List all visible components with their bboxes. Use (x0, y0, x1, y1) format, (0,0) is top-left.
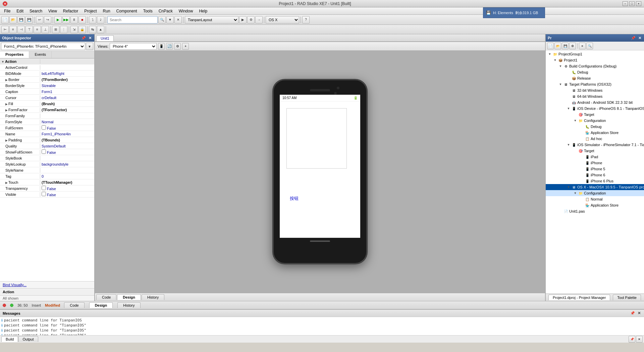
proj-options-btn[interactable]: ⚙ (569, 43, 576, 49)
prop-row-showfullscreen[interactable]: ShowFullScreen False (0, 149, 94, 155)
prop-row-borderstyle[interactable]: BorderStyle Sizeable (0, 83, 94, 89)
expand-projectgroup1[interactable]: ▼ (547, 52, 552, 56)
maximize-btn[interactable]: □ (629, 1, 635, 6)
tab-design[interactable]: Design (117, 294, 141, 300)
tab-properties[interactable]: Properties (0, 51, 29, 58)
tab-order-btn[interactable]: ↹ (89, 26, 96, 33)
prop-row-transparency[interactable]: Transparency False (0, 185, 94, 191)
target-settings-btn[interactable]: ⚙ (247, 16, 255, 24)
expand-platforms[interactable]: ▼ (558, 83, 563, 86)
tree-appstore1[interactable]: 🏪 Application Store (546, 130, 644, 136)
expand-osx[interactable]: ▼ (566, 185, 571, 189)
target-nav-btn[interactable]: → (255, 16, 263, 24)
tree-iphone6plus[interactable]: 📱 iPhone 6 Plus (546, 178, 644, 184)
tree-config1[interactable]: ▼ 📁 Configuration (546, 118, 644, 124)
run-btn[interactable]: ▶ (54, 16, 62, 24)
tree-project1[interactable]: ▼ 📦 Project1 (546, 57, 644, 63)
tab-tool-palette[interactable]: Tool Palette (613, 295, 641, 300)
prop-row-visible[interactable]: Visible False (0, 191, 94, 197)
design-tab-unit1[interactable]: Unit1 (96, 35, 114, 41)
expand-iossim[interactable]: ▼ (566, 143, 571, 146)
step-btn[interactable]: ⤵ (89, 16, 96, 24)
align-center-btn[interactable]: ≡ (9, 26, 17, 33)
expand-config1[interactable]: ▼ (573, 119, 578, 122)
search-clear-btn[interactable]: ✕ (174, 16, 182, 24)
search-btn[interactable]: 🔍 (158, 16, 166, 24)
save-all-btn[interactable]: 💾 (25, 16, 33, 24)
prop-row-formfactor[interactable]: ▶FormFactor (TFormFactor) (0, 107, 94, 113)
inspector-pin-btn[interactable]: 📌 (80, 36, 87, 40)
expand-config2[interactable]: ▼ (573, 191, 578, 195)
redo-btn[interactable]: ↪ (44, 16, 51, 24)
proj-open-btn[interactable]: 📂 (554, 43, 561, 49)
zorder-btn[interactable]: ▲ (97, 26, 104, 33)
save-btn[interactable]: 💾 (17, 16, 25, 24)
tab-code[interactable]: Code (96, 294, 116, 300)
inspector-close-btn[interactable]: ✕ (88, 36, 92, 40)
project-panel-close[interactable]: ✕ (638, 36, 642, 40)
tree-debug2[interactable]: 🐛 Debug (546, 124, 644, 130)
close-btn[interactable]: × (636, 1, 641, 6)
views-icon1[interactable]: 📱 (158, 43, 165, 50)
proj-new-btn[interactable]: 📄 (547, 43, 554, 49)
prop-row-tag[interactable]: Tag 0 (0, 173, 94, 179)
tree-iphone6[interactable]: 📱 iPhone 6 (546, 172, 644, 178)
design-canvas[interactable]: 10:57 AM 🔋 按钮 (95, 50, 545, 293)
menu-view[interactable]: View (46, 8, 60, 14)
target-combo[interactable]: TianpanLayout (185, 16, 238, 24)
prop-row-cursor[interactable]: Cursor crDefault (0, 95, 94, 101)
build-pin-btn[interactable]: 📌 (629, 336, 635, 343)
menu-edit[interactable]: Edit (14, 8, 26, 14)
prop-row-touch[interactable]: ▶Touch (TTouchManager) (0, 179, 94, 185)
transparency-checkbox[interactable] (42, 186, 46, 190)
views-combo[interactable]: Phone 4" (110, 43, 157, 50)
tree-normal[interactable]: 📋 Normal (546, 196, 644, 202)
prop-row-active-control[interactable]: ActiveControl (0, 64, 94, 71)
prop-row-formstyle[interactable]: FormStyle Normal (0, 119, 94, 125)
tree-iphone1[interactable]: 📱 iPhone (546, 160, 644, 166)
tab-build[interactable]: Build (1, 336, 18, 342)
tree-win64[interactable]: 🖥 64-bit Windows (546, 93, 644, 99)
run-debug-btn[interactable]: ▶▶ (62, 16, 70, 24)
obj-dropdown-btn[interactable]: ▼ (86, 43, 93, 50)
prop-row-stylename[interactable]: StyleName (0, 167, 94, 173)
menu-window[interactable]: Window (176, 8, 196, 14)
tree-projectgroup1[interactable]: ▼ 📁 ProjectGroup1 (546, 51, 644, 57)
project-panel-pin[interactable]: 📌 (630, 36, 636, 40)
tree-unit1pas[interactable]: 📄 Unit1.pas (546, 208, 644, 214)
size-btn[interactable]: ⇲ (70, 26, 78, 33)
prop-row-name[interactable]: Name Form1_iPhone4in (0, 131, 94, 137)
status-code-tab[interactable]: Code (64, 302, 84, 308)
minimize-btn[interactable]: − (623, 1, 628, 6)
search-opts-btn[interactable]: ▼ (166, 16, 174, 24)
tab-history[interactable]: History (142, 294, 164, 300)
tree-platforms[interactable]: ▼ 🖥 Target Platforms (OSX32) (546, 81, 644, 87)
menu-cnpack[interactable]: CnPack (156, 8, 175, 14)
lock-btn[interactable]: 🔒 (78, 26, 86, 33)
iphone-home-bar[interactable] (310, 240, 330, 242)
tree-release[interactable]: 📦 Release (546, 75, 644, 81)
step-over-btn[interactable]: ⤸ (97, 16, 104, 24)
tree-target1[interactable]: 🎯 Target (546, 112, 644, 118)
bind-visually-link[interactable]: Bind Visually... (0, 281, 94, 288)
messages-close[interactable]: ✕ (637, 311, 641, 315)
prop-row-formfamily[interactable]: FormFamily (0, 113, 94, 119)
tree-target2[interactable]: 🎯 Target (546, 148, 644, 154)
tree-appstore2[interactable]: 🏪 Application Store (546, 202, 644, 208)
open-btn[interactable]: 📂 (9, 16, 17, 24)
prop-row-stylebook[interactable]: StyleBook (0, 155, 94, 161)
showfullscreen-checkbox[interactable] (42, 149, 46, 154)
pause-btn[interactable]: ⏸ (70, 16, 78, 24)
tree-ipad[interactable]: 📱 iPad (546, 154, 644, 160)
menu-tools[interactable]: Tools (141, 8, 155, 14)
tree-adhoc[interactable]: 📋 Ad hoc (546, 136, 644, 142)
menu-file[interactable]: File (1, 8, 13, 14)
tree-iphone5[interactable]: 📱 iPhone 5 (546, 166, 644, 172)
menu-component[interactable]: Component (114, 8, 140, 14)
proj-filter-btn[interactable]: 🔍 (586, 43, 593, 49)
status-design-tab[interactable]: Design (89, 302, 113, 308)
undo-btn[interactable]: ↩ (36, 16, 43, 24)
align-middle-btn[interactable]: ≡ (34, 26, 41, 33)
iphone-button-label[interactable]: 按钮 (290, 195, 299, 202)
new-btn[interactable]: 📄 (1, 16, 9, 24)
